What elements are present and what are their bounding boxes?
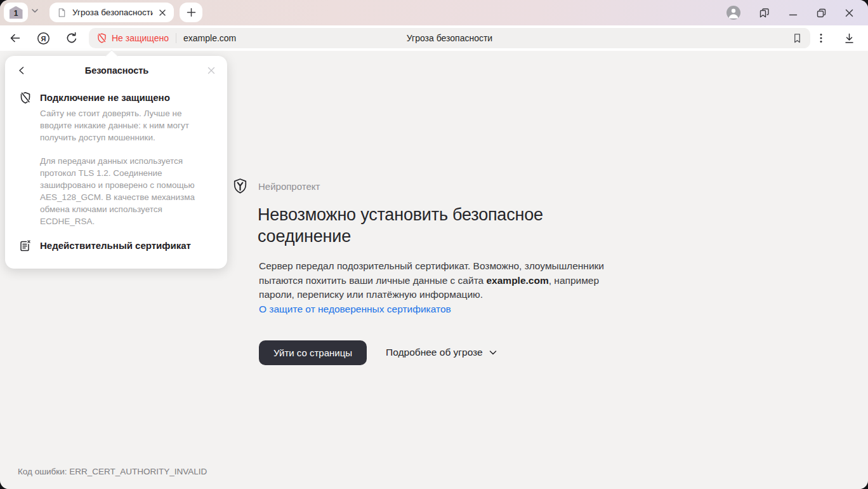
address-bar[interactable]: Не защищено example.com Угроза безопасно… — [89, 28, 810, 48]
security-panel: Безопасность Подключение не защищено Сай… — [5, 56, 227, 269]
svg-text:Я: Я — [41, 34, 46, 42]
threat-details-label: Подробнее об угрозе — [386, 347, 483, 358]
panel-item-connection[interactable]: Подключение не защищено — [5, 92, 227, 104]
avatar[interactable] — [727, 6, 740, 20]
nav-icons: Я — [0, 32, 78, 45]
page-content: Безопасность Подключение не защищено Сай… — [0, 51, 868, 489]
security-badge[interactable]: Не защищено — [96, 32, 169, 44]
page-icon — [57, 8, 67, 18]
page-title: Невозможно установить безопасное соедине… — [258, 204, 594, 247]
panel-title: Безопасность — [27, 65, 207, 76]
close-icon[interactable] — [845, 8, 854, 18]
new-tab-button[interactable] — [180, 3, 202, 22]
description-domain: example.com — [487, 275, 549, 286]
downloads-icon[interactable] — [843, 32, 855, 44]
connection-protocol-details: Для передачи данных используется протоко… — [5, 144, 227, 227]
shield-crossed-icon — [96, 32, 107, 44]
reload-icon[interactable] — [65, 32, 78, 44]
tab-title: Угроза безопасности — [72, 8, 153, 17]
threat-message: Нейропротект Невозможно установить безоп… — [232, 178, 650, 365]
security-badge-label: Не защищено — [112, 33, 169, 43]
side-panels-icon[interactable] — [758, 7, 770, 19]
panel-back-icon[interactable] — [16, 65, 27, 76]
chevron-down-icon[interactable] — [30, 6, 39, 15]
connection-title: Подключение не защищено — [40, 92, 170, 104]
panel-close-icon[interactable] — [207, 66, 216, 75]
menu-kebab-icon[interactable] — [817, 32, 825, 44]
protect-shield-icon — [232, 178, 249, 195]
chevron-down-icon — [489, 348, 497, 357]
maximize-icon[interactable] — [816, 8, 827, 18]
panel-header: Безопасность — [5, 56, 227, 79]
certificate-invalid-icon — [19, 239, 32, 252]
tab-close-icon[interactable] — [159, 9, 166, 17]
toolbar: Я Не защищено example.com Угроза безопас… — [0, 25, 868, 51]
tab-counter-badge: 1 — [10, 6, 23, 19]
threat-details-button[interactable]: Подробнее об угрозе — [386, 347, 497, 358]
shield-crossed-icon — [19, 91, 32, 104]
leave-page-button[interactable]: Уйти со страницы — [259, 340, 367, 365]
panel-item-certificate[interactable]: Недействительный сертификат — [5, 240, 227, 252]
back-icon[interactable] — [9, 32, 22, 44]
tab-threat-page[interactable]: Угроза безопасности — [49, 3, 174, 22]
certificate-title: Недействительный сертификат — [40, 240, 191, 252]
bookmark-icon[interactable] — [792, 32, 803, 44]
connection-description: Сайту не стоит доверять. Лучше не вводит… — [5, 104, 221, 144]
browser-window: 1 Угроза безопасности — [0, 0, 868, 489]
window-controls — [727, 0, 868, 25]
threat-description: Сервер передал подозрительный сертификат… — [259, 259, 627, 302]
brand-label: Нейропротект — [258, 181, 320, 192]
minimize-icon[interactable] — [788, 8, 798, 18]
error-code: Код ошибки: ERR_CERT_AUTHORITY_INVALID — [18, 467, 207, 476]
tab-counter-button[interactable]: 1 — [4, 3, 28, 22]
action-buttons: Уйти со страницы Подробнее об угрозе — [259, 340, 650, 365]
certificates-info-link[interactable]: О защите от недоверенных сертификатов — [259, 304, 451, 315]
url-text[interactable]: example.com — [183, 33, 236, 43]
toolbar-right — [817, 25, 868, 51]
brand-row: Нейропротект — [232, 178, 650, 195]
yandex-home-icon[interactable]: Я — [37, 32, 50, 45]
address-divider — [176, 33, 176, 43]
tab-strip: 1 Угроза безопасности — [0, 0, 868, 25]
